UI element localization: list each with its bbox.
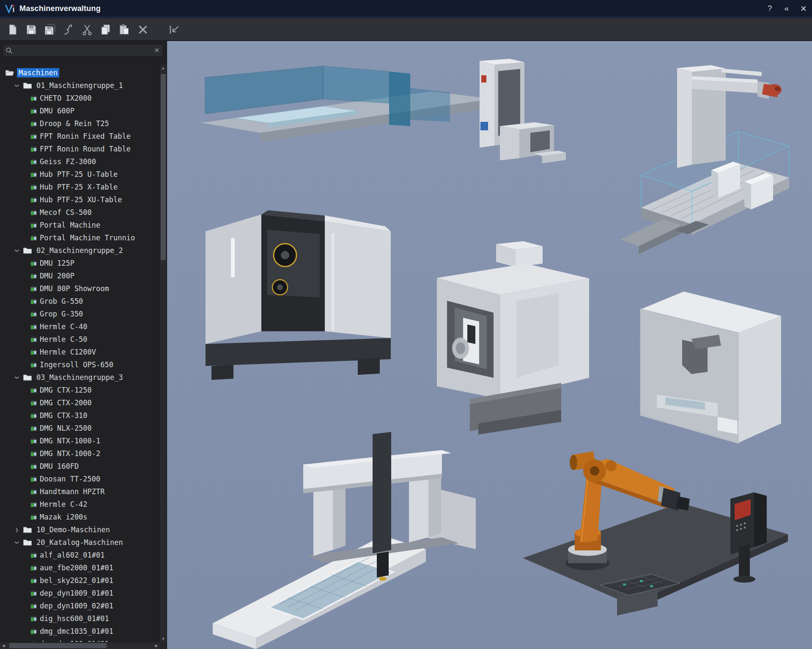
tree-vertical-scrollbar[interactable]: ▲ ▼ (159, 65, 167, 642)
tree-item-label: Geiss FZ-3000 (38, 157, 98, 166)
tree-item-label: Hub PTF-25 U-Table (38, 170, 119, 179)
machine-icon (28, 589, 39, 597)
tree-item-hermle-c1200v[interactable]: ❯Hermle C1200V (0, 346, 160, 358)
paste-button[interactable] (115, 21, 134, 38)
tree-item-label: DMU 160FD (38, 462, 80, 471)
machine-icon (28, 411, 39, 420)
machine-turning-lathe[interactable] (197, 191, 396, 385)
tree-item-mecof-cs-500[interactable]: ❯Mecof CS-500 (0, 206, 160, 219)
machine-machining-center[interactable] (419, 237, 597, 436)
tree-item-hub-ptf-25-xu-table[interactable]: ❯Hub PTF-25 XU-Table (0, 193, 160, 206)
tree-item-dep-dyn1009-01-01[interactable]: ❯dep_dyn1009_01#01 (0, 587, 160, 600)
script-button[interactable] (59, 21, 78, 38)
machine-portal-mill[interactable] (205, 410, 480, 649)
machine-icon (28, 513, 39, 521)
close-button[interactable]: ✕ (795, 0, 812, 17)
machine-gantry-red-head[interactable] (612, 62, 804, 271)
tree-search-box[interactable]: ✕ (3, 44, 163, 57)
tree-item-grop-g-350[interactable]: ❯Grop G-350 (0, 308, 160, 320)
tree-item-dmu-160fd[interactable]: ❯DMU 160FD (0, 460, 160, 473)
tree-item-hub-ptf-25-u-table[interactable]: ❯Hub PTF-25 U-Table (0, 168, 160, 181)
machine-robot-cell[interactable] (510, 436, 793, 649)
scroll-right-icon[interactable]: ▶ (153, 642, 160, 649)
tree-item-dig-hsc600-01-01[interactable]: ❯dig_hsc600_01#01 (0, 612, 160, 625)
tree-item-label: Grob G-550 (38, 297, 85, 306)
tree-item-dmg-nlx-2500[interactable]: ❯DMG NLX-2500 (0, 422, 160, 434)
machine-icon (28, 551, 39, 559)
tree-item-fpt-ronin-round-table[interactable]: ❯FPT Ronin Round Table (0, 143, 160, 155)
viewport-3d[interactable] (167, 41, 812, 649)
machine-icon (28, 576, 39, 585)
new-file-button[interactable] (3, 21, 22, 38)
tree-item-mazak-i200s[interactable]: ❯Mazak i200s (0, 511, 160, 523)
save-as-button[interactable] (41, 21, 59, 38)
titlebar[interactable]: Maschinenverwaltung ? « ✕ (0, 0, 812, 18)
tree-item-alf-al602-01-01[interactable]: ❯alf_al602_01#01 (0, 549, 160, 561)
scroll-left-icon[interactable]: ◀ (0, 642, 7, 649)
machine-enclosed-5axis[interactable] (632, 275, 787, 453)
tree-item-01-maschinengruppe-1[interactable]: ❯01_Maschinengruppe_1 (0, 79, 160, 92)
reset-button[interactable] (165, 21, 184, 38)
tree-item-handtmann-hpztr[interactable]: ❯Handtmann HPZTR (0, 485, 160, 498)
tree-item-10-demo-maschinen[interactable]: ❯10_Demo-Maschinen (0, 523, 160, 536)
tree-item-dmg-ntx-1000-1[interactable]: ❯DMG NTX-1000-1 (0, 434, 160, 447)
help-button[interactable]: ? (761, 0, 778, 17)
tree-item-dmg-ctx-310[interactable]: ❯DMG CTX-310 (0, 409, 160, 422)
tree-item-hermle-c-42[interactable]: ❯Hermle C-42 (0, 498, 160, 511)
delete-button[interactable] (134, 21, 152, 38)
tree-item-20-katalog-maschinen[interactable]: ❯20_Katalog-Maschinen (0, 536, 160, 549)
tree-item-bel-sky2622-01-01[interactable]: ❯bel_sky2622_01#01 (0, 574, 160, 587)
machine-icon (28, 221, 39, 229)
tree-item-02-maschinengruppe-2[interactable]: ❯02_Maschinengruppe_2 (0, 244, 160, 257)
tree-item-dep-dyn1009-02-01[interactable]: ❯dep_dyn1009_02#01 (0, 600, 160, 612)
search-clear-button[interactable]: ✕ (153, 47, 160, 54)
horizontal-scroll-thumb[interactable] (9, 643, 107, 648)
search-input[interactable] (15, 46, 151, 55)
tree-item-03-maschinengruppe-3[interactable]: ❯03_Maschinengruppe_3 (0, 371, 160, 384)
tree-item-dmu-600p[interactable]: ❯DMU 600P (0, 104, 160, 117)
tree-item-hermle-c-50[interactable]: ❯Hermle C-50 (0, 333, 160, 346)
tree-item-label: DMG NTX-1000-2 (38, 449, 102, 458)
scroll-up-icon[interactable]: ▲ (160, 65, 167, 72)
tree-item-label: FPT Ronin Fixed Table (38, 132, 132, 141)
tree-item-grob-g-550[interactable]: ❯Grob G-550 (0, 295, 160, 308)
tree-horizontal-scrollbar[interactable]: ◀ ▶ (0, 642, 160, 649)
tree-item-portal-machine-trunnio[interactable]: ❯Portal Machine Trunnio (0, 231, 160, 244)
tree-item-aue-fbe2000-01-01[interactable]: ❯aue_fbe2000_01#01 (0, 561, 160, 574)
machine-icon (28, 475, 39, 483)
tree-item-label: Hermle C-42 (38, 500, 89, 509)
tree-item-dmg-ctx-2000[interactable]: ❯DMG CTX-2000 (0, 396, 160, 409)
tree-item-dmu-80p-showroom[interactable]: ❯DMU 80P Showroom (0, 282, 160, 295)
tree-item-cheto-ix2000[interactable]: ❯CHETO IX2000 (0, 92, 160, 104)
tree-item-dmg-ctx-1250[interactable]: ❯DMG CTX-1250 (0, 384, 160, 396)
tree-item-geiss-fz-3000[interactable]: ❯Geiss FZ-3000 (0, 155, 160, 168)
tree-item-maschinen[interactable]: Maschinen (0, 66, 160, 79)
tree-item-dmg-ntx-1000-2[interactable]: ❯DMG NTX-1000-2 (0, 447, 160, 460)
chevron-expanded-icon[interactable]: ❯ (14, 372, 20, 382)
vertical-scroll-thumb[interactable] (161, 74, 166, 260)
collapse-button[interactable]: « (778, 0, 795, 17)
tree-item-dmg-dmc1035-01-01[interactable]: ❯dmg_dmc1035_01#01 (0, 625, 160, 638)
tree-item-fpt-ronin-fixed-table[interactable]: ❯FPT Ronin Fixed Table (0, 130, 160, 143)
copy-button[interactable] (96, 21, 115, 38)
scroll-down-icon[interactable]: ▼ (160, 635, 167, 642)
tree-item-portal-machine[interactable]: ❯Portal Machine (0, 219, 160, 231)
machine-tree[interactable]: Maschinen❯01_Maschinengruppe_1❯CHETO IX2… (0, 66, 160, 642)
machine-icon (28, 449, 39, 458)
tree-item-hermle-c-40[interactable]: ❯Hermle C-40 (0, 320, 160, 333)
chevron-expanded-icon[interactable]: ❯ (14, 537, 20, 547)
tree-item-dmu-125p[interactable]: ❯DMU 125P (0, 257, 160, 270)
chevron-expanded-icon[interactable]: ❯ (14, 245, 20, 256)
cut-button[interactable] (78, 21, 96, 38)
machine-portal-teal-enclosure[interactable] (196, 58, 568, 168)
tree-item-droop-rein-t25[interactable]: ❯Droop & Rein T25 (0, 117, 160, 130)
chevron-expanded-icon[interactable]: ❯ (14, 80, 20, 91)
tree-item-doosan-tt-2500[interactable]: ❯Doosan TT-2500 (0, 473, 160, 485)
save-button[interactable] (22, 21, 41, 38)
tree-item-label: 01_Maschinengruppe_1 (35, 81, 125, 90)
tree-item-ingersoll-ops-650[interactable]: ❯Ingersoll OPS-650 (0, 358, 160, 371)
machine-icon (28, 500, 39, 509)
tree-item-dmu-200p[interactable]: ❯DMU 200P (0, 270, 160, 282)
chevron-collapsed-icon[interactable]: ❯ (12, 527, 22, 533)
tree-item-hub-ptf-25-x-table[interactable]: ❯Hub PTF-25 X-Table (0, 181, 160, 193)
